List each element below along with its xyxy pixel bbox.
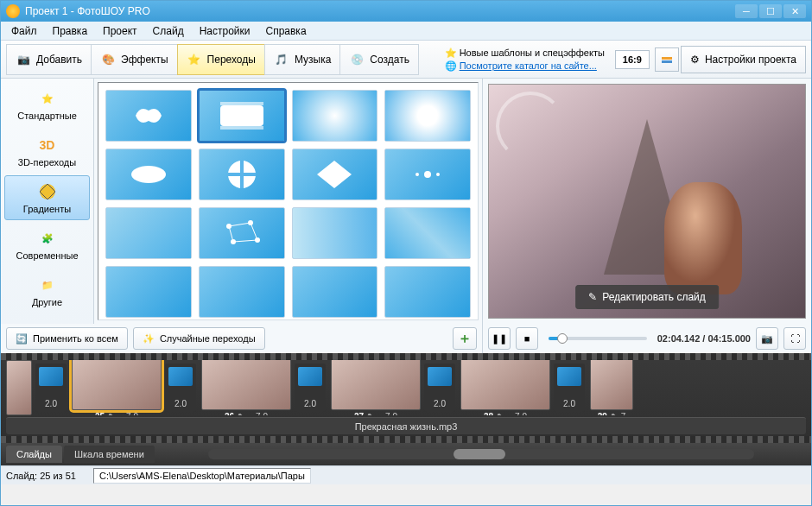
status-path: C:\Users\AMS-Elena\Desktop\Материалы\Пар… — [93, 468, 311, 484]
slide-item[interactable]: 26✎▾7.0 — [201, 360, 291, 415]
transition-thumb[interactable] — [105, 207, 192, 259]
menu-help[interactable]: Справка — [258, 23, 313, 39]
transition-duration: 2.0 — [45, 399, 57, 408]
random-transitions-button[interactable]: ✨ Случайные переходы — [133, 327, 265, 350]
maximize-button[interactable]: ☐ — [759, 4, 782, 18]
transition-chip[interactable]: 2.0 — [554, 364, 585, 412]
transition-chip[interactable]: 2.0 — [424, 364, 455, 412]
transition-chip[interactable]: 2.0 — [165, 364, 196, 412]
seek-knob[interactable] — [557, 333, 568, 344]
chevron-down-icon[interactable]: ▾ — [377, 412, 382, 416]
gear-icon: ⚙ — [690, 54, 700, 66]
transitions-button[interactable]: ⭐ Переходы — [177, 44, 265, 75]
category-other[interactable]: 📁 Другие — [4, 269, 90, 313]
transition-thumb[interactable] — [384, 90, 471, 142]
transition-thumb[interactable] — [105, 149, 192, 200]
transition-chip[interactable]: 2.0 — [295, 364, 326, 412]
svg-point-10 — [436, 173, 440, 176]
pencil-icon[interactable]: ✎ — [367, 412, 374, 416]
transition-thumb[interactable] — [292, 149, 378, 200]
category-modern[interactable]: 🧩 Современные — [4, 222, 90, 267]
transition-thumb[interactable] — [199, 90, 285, 142]
transition-duration: 2.0 — [563, 399, 575, 408]
pause-button[interactable]: ❚❚ — [488, 327, 511, 350]
slide-item[interactable]: 25✎▾7.0 — [72, 360, 162, 415]
chevron-down-icon[interactable]: ▾ — [507, 412, 511, 416]
transition-thumb[interactable] — [199, 207, 285, 259]
fullscreen-button[interactable]: ⛶ — [783, 327, 806, 350]
transition-thumb[interactable] — [384, 266, 471, 318]
slide-thumb[interactable] — [6, 360, 32, 415]
horizontal-scrollbar[interactable] — [208, 449, 754, 459]
star-icon: ⭐ — [37, 88, 58, 109]
music-label: Музыка — [295, 54, 331, 66]
catalog-link[interactable]: Посмотрите каталог на сайте... — [460, 60, 597, 71]
transition-thumb[interactable] — [199, 149, 285, 200]
palette-icon: 🎨 — [100, 52, 116, 67]
pencil-icon[interactable]: ✎ — [238, 412, 244, 416]
pencil-icon[interactable]: ✎ — [497, 412, 504, 416]
menu-settings[interactable]: Настройки — [193, 23, 257, 39]
tab-timeline[interactable]: Шкала времени — [64, 446, 155, 463]
transition-thumb[interactable] — [199, 266, 285, 318]
chevron-down-icon[interactable]: ▾ — [248, 412, 252, 416]
apply-all-button[interactable]: 🔄 Применить ко всем — [6, 327, 128, 350]
slide-duration: 7.0 — [385, 412, 397, 416]
pencil-icon[interactable]: ✎ — [108, 412, 115, 416]
stop-button[interactable]: ■ — [516, 327, 538, 350]
menu-slide[interactable]: Слайд — [146, 23, 191, 39]
transition-thumb[interactable] — [384, 207, 471, 259]
seek-slider[interactable] — [549, 337, 647, 340]
layers-icon — [661, 54, 673, 66]
window-title: Проект 1 - ФотоШОУ PRO — [25, 5, 150, 17]
close-button[interactable]: ✕ — [783, 4, 806, 18]
slide-item[interactable]: 29✎7 — [590, 360, 633, 415]
slide-item[interactable]: 27✎▾7.0 — [331, 360, 421, 415]
snapshot-button[interactable]: 📷 — [756, 327, 778, 350]
effects-button[interactable]: 🎨 Эффекты — [91, 44, 178, 75]
view-mode-button[interactable] — [655, 47, 679, 72]
menu-file[interactable]: Файл — [4, 23, 44, 39]
transition-thumb[interactable] — [105, 90, 192, 142]
scrollbar-thumb[interactable] — [454, 449, 505, 459]
slide-strip[interactable]: 2.0 25✎▾7.0 2.0 26✎▾7.0 2.0 27✎▾7.0 2.0 — [1, 360, 811, 415]
slide-item[interactable]: 28✎▾7.0 — [460, 360, 550, 415]
add-button[interactable]: 📷 Добавить — [6, 44, 92, 75]
transition-thumb[interactable] — [292, 207, 378, 259]
edit-slide-button[interactable]: ✎ Редактировать слайд — [575, 285, 719, 309]
category-3d[interactable]: 3D 3D-переходы — [4, 129, 90, 174]
menu-project[interactable]: Проект — [96, 23, 144, 39]
slide-thumb[interactable] — [72, 360, 162, 410]
menu-edit[interactable]: Правка — [46, 23, 95, 39]
transition-thumb[interactable] — [105, 266, 192, 318]
category-standard[interactable]: ⭐ Стандартные — [4, 82, 90, 127]
refresh-icon: 🔄 — [16, 333, 28, 345]
transition-chip[interactable]: 2.0 — [35, 364, 67, 412]
transition-icon — [168, 367, 193, 386]
3d-icon: 3D — [37, 135, 58, 155]
slide-thumb[interactable] — [460, 360, 550, 410]
minimize-button[interactable]: ─ — [735, 4, 758, 18]
project-settings-button[interactable]: ⚙ Настройки проекта — [681, 46, 806, 73]
tab-slides[interactable]: Слайды — [6, 446, 62, 463]
transition-thumb[interactable] — [292, 90, 378, 142]
pencil-icon[interactable]: ✎ — [611, 412, 618, 416]
filmstrip-bottom — [1, 436, 811, 443]
slide-thumb[interactable] — [331, 360, 421, 410]
transition-thumb[interactable] — [292, 266, 378, 318]
transition-thumb[interactable] — [384, 149, 471, 200]
category-label: 3D-переходы — [18, 157, 76, 168]
slide-thumb[interactable] — [201, 360, 291, 410]
audio-track[interactable]: Прекрасная жизнь.mp3 — [6, 417, 806, 434]
music-button[interactable]: 🎵 Музыка — [264, 44, 340, 75]
folder-icon: 📁 — [37, 275, 58, 295]
preview-viewport[interactable]: ✎ Редактировать слайд — [488, 84, 806, 319]
create-button[interactable]: 💿 Создать — [339, 44, 419, 75]
category-gradients[interactable]: Градиенты — [4, 175, 90, 220]
add-transition-button[interactable]: ＋ — [453, 327, 477, 350]
slide-frame-partial: 2.0 — [6, 360, 67, 415]
slide-thumb[interactable] — [590, 360, 633, 410]
aspect-ratio[interactable]: 16:9 — [615, 50, 650, 69]
chevron-down-icon[interactable]: ▾ — [118, 412, 123, 416]
effects-label: Эффекты — [121, 54, 168, 66]
